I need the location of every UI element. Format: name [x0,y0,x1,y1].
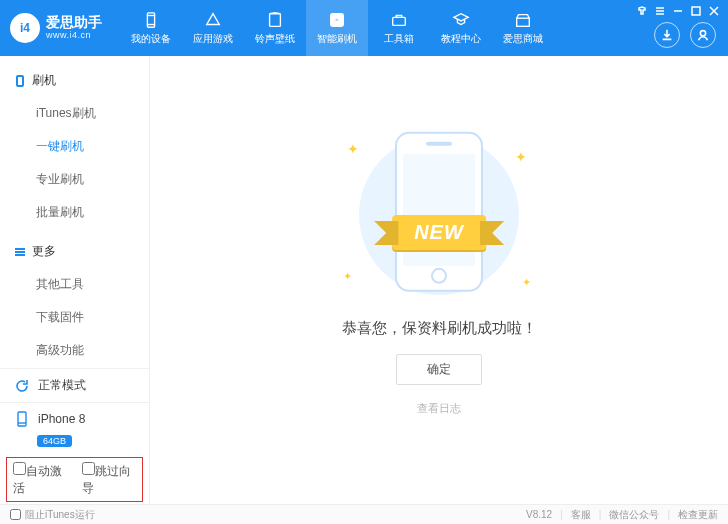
view-log-link[interactable]: 查看日志 [417,401,461,416]
support-link[interactable]: 客服 [571,508,591,522]
status-bar: 阻止iTunes运行 V8.12 | 客服 | 微信公众号 | 检查更新 [0,504,728,524]
highlighted-checkboxes: 自动激活 跳过向导 [6,457,143,502]
device-name: iPhone 8 [38,412,85,426]
skip-guide-checkbox[interactable]: 跳过向导 [82,462,137,497]
more-icon [14,246,26,258]
close-icon[interactable] [706,3,722,19]
wechat-link[interactable]: 微信公众号 [609,508,659,522]
nav-label: 智能刷机 [317,32,357,46]
nav-label: 我的设备 [131,32,171,46]
toolbox-icon [390,11,408,29]
download-button[interactable] [654,22,680,48]
nav-store[interactable]: 爱思商城 [492,0,554,56]
nav-label: 铃声壁纸 [255,32,295,46]
nav-label: 爱思商城 [503,32,543,46]
sidebar-section-more: 更多 [0,237,149,266]
refresh-icon [14,378,30,394]
ok-button[interactable]: 确定 [396,354,482,385]
nav-tutorials[interactable]: 教程中心 [430,0,492,56]
minimize-icon[interactable] [670,3,686,19]
svg-rect-7 [517,18,530,26]
maximize-icon[interactable] [688,3,704,19]
nav-label: 应用游戏 [193,32,233,46]
svg-rect-0 [692,7,700,15]
brand-name: 爱思助手 [46,15,102,30]
nav-label: 工具箱 [384,32,414,46]
svg-rect-4 [270,13,281,26]
sidebar-item-download-firmware[interactable]: 下载固件 [0,301,149,334]
check-update-link[interactable]: 检查更新 [678,508,718,522]
store-icon [514,11,532,29]
sidebar-item-advanced[interactable]: 高级功能 [0,334,149,367]
checkbox-label: 阻止iTunes运行 [25,508,95,522]
nav-smart-flash[interactable]: 智能刷机 [306,0,368,56]
success-message: 恭喜您，保资料刷机成功啦！ [342,319,537,338]
main-content: ✦✦✦✦ NEW 恭喜您，保资料刷机成功啦！ 确定 查看日志 [150,56,728,504]
success-illustration: ✦✦✦✦ NEW [329,125,549,305]
section-label: 更多 [32,243,56,260]
sidebar-item-oneclick-flash[interactable]: 一键刷机 [0,130,149,163]
phone-icon [142,11,160,29]
app-header: i4 爱思助手 www.i4.cn 我的设备 应用游戏 铃声壁纸 智能刷机 工具… [0,0,728,56]
nav-apps-games[interactable]: 应用游戏 [182,0,244,56]
brand-logo: i4 爱思助手 www.i4.cn [10,13,102,43]
device-icon [14,75,26,87]
logo-badge: i4 [10,13,40,43]
phone-small-icon [14,411,30,427]
nav-label: 教程中心 [441,32,481,46]
version-label: V8.12 [526,509,552,520]
sidebar: 刷机 iTunes刷机 一键刷机 专业刷机 批量刷机 更多 其他工具 下载固件 … [0,56,150,504]
block-itunes-checkbox[interactable]: 阻止iTunes运行 [10,508,95,522]
flash-icon [328,11,346,29]
nav-toolbox[interactable]: 工具箱 [368,0,430,56]
sidebar-item-batch-flash[interactable]: 批量刷机 [0,196,149,229]
capacity-badge: 64GB [37,435,72,447]
apps-icon [204,11,222,29]
nav-ringtones[interactable]: 铃声壁纸 [244,0,306,56]
new-badge: NEW [392,215,486,250]
account-button[interactable] [690,22,716,48]
ringtone-icon [266,11,284,29]
svg-rect-6 [393,17,406,25]
auto-activate-checkbox[interactable]: 自动激活 [13,462,68,497]
window-controls [634,3,722,19]
sidebar-section-flash: 刷机 [0,66,149,95]
nav-my-device[interactable]: 我的设备 [120,0,182,56]
device-mode[interactable]: 正常模式 [0,368,149,402]
brand-site: www.i4.cn [46,31,102,41]
sidebar-item-other-tools[interactable]: 其他工具 [0,268,149,301]
svg-rect-13 [18,412,26,426]
top-nav: 我的设备 应用游戏 铃声壁纸 智能刷机 工具箱 教程中心 爱思商城 [120,0,554,56]
device-info[interactable]: iPhone 8 64GB [0,402,149,455]
skin-icon[interactable] [634,3,650,19]
mode-label: 正常模式 [38,377,86,394]
section-label: 刷机 [32,72,56,89]
sidebar-item-itunes-flash[interactable]: iTunes刷机 [0,97,149,130]
tutorial-icon [452,11,470,29]
sidebar-item-pro-flash[interactable]: 专业刷机 [0,163,149,196]
menu-icon[interactable] [652,3,668,19]
svg-point-8 [700,31,705,36]
svg-rect-9 [17,76,23,86]
